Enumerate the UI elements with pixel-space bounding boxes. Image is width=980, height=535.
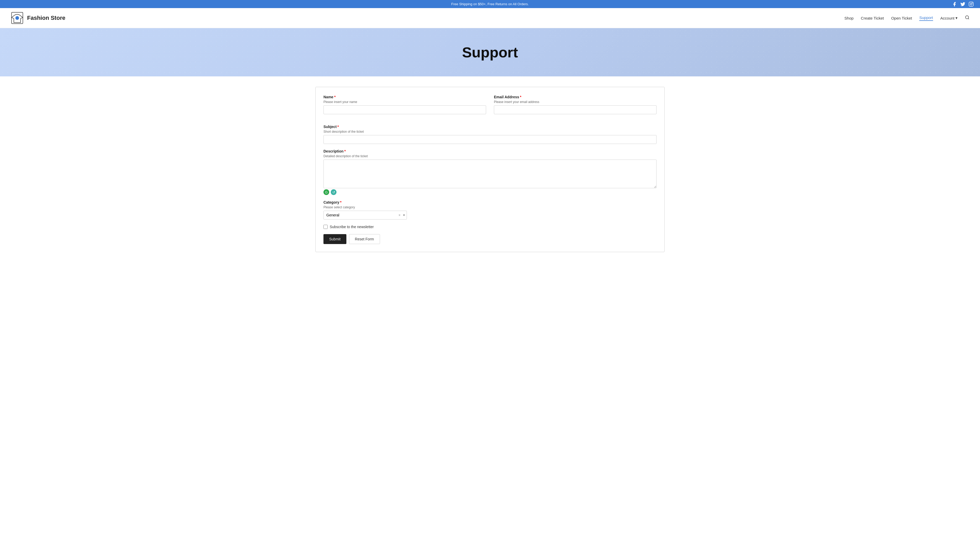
email-label: Email Address* (494, 95, 657, 99)
category-required: * (340, 200, 341, 204)
social-icons (952, 2, 974, 7)
form-card: Name* Please insert your name Email Addr… (315, 87, 665, 252)
banner-text: Free Shipping on $50+, Free Returns on A… (451, 2, 528, 6)
svg-point-4 (15, 16, 19, 20)
email-required: * (520, 95, 521, 99)
description-group: Description* Detailed description of the… (323, 149, 657, 195)
name-input[interactable] (323, 105, 486, 114)
reset-button[interactable]: Reset Form (349, 234, 380, 244)
instagram-icon[interactable] (969, 2, 974, 7)
description-textarea[interactable] (323, 159, 657, 188)
subject-label: Subject* (323, 125, 657, 129)
nav-shop[interactable]: Shop (845, 16, 854, 20)
clear-icon[interactable]: × (399, 213, 401, 217)
svg-point-1 (970, 3, 972, 5)
form-buttons: Submit Reset Form (323, 234, 657, 244)
description-label: Description* (323, 149, 657, 153)
chevron-down-icon: ▾ (956, 16, 958, 20)
main-nav: Shop Create Ticket Open Ticket Support A… (845, 15, 970, 21)
name-hint: Please insert your name (323, 100, 486, 104)
name-label: Name* (323, 95, 486, 99)
svg-line-6 (968, 18, 969, 19)
subject-required: * (337, 125, 339, 129)
category-label: Category* (323, 200, 657, 204)
form-container: Name* Please insert your name Email Addr… (307, 87, 673, 252)
subject-hint: Short description of the ticket (323, 130, 657, 134)
description-toolbar: G ↺ (323, 189, 657, 195)
name-group: Name* Please insert your name (323, 95, 486, 114)
email-input[interactable] (494, 105, 657, 114)
logo-text: Fashion Store (27, 14, 65, 21)
svg-point-2 (972, 3, 973, 3)
category-select[interactable]: General Order Issue Returns Shipping Oth… (323, 211, 407, 220)
name-email-row: Name* Please insert your name Email Addr… (323, 95, 657, 119)
tshirt-logo-icon (10, 11, 24, 25)
description-required: * (344, 149, 345, 153)
name-required: * (334, 95, 336, 99)
logo[interactable]: Fashion Store (10, 11, 65, 25)
svg-point-5 (966, 16, 969, 19)
newsletter-row: Subscribe to the newsletter (323, 225, 657, 229)
newsletter-checkbox[interactable] (323, 225, 328, 229)
top-banner: Free Shipping on $50+, Free Returns on A… (0, 0, 980, 8)
nav-support[interactable]: Support (919, 15, 933, 21)
category-hint: Please select category (323, 205, 657, 209)
submit-button[interactable]: Submit (323, 234, 347, 244)
search-button[interactable] (965, 15, 970, 21)
twitter-icon[interactable] (960, 2, 966, 7)
grammarly-icon[interactable]: G (323, 189, 329, 195)
subject-group: Subject* Short description of the ticket (323, 125, 657, 144)
hero-title: Support (10, 44, 970, 61)
category-select-wrapper: General Order Issue Returns Shipping Oth… (323, 211, 407, 220)
nav-create-ticket[interactable]: Create Ticket (861, 16, 884, 20)
nav-account[interactable]: Account ▾ (940, 16, 958, 20)
header: Fashion Store Shop Create Ticket Open Ti… (0, 8, 980, 28)
description-hint: Detailed description of the ticket (323, 154, 657, 158)
facebook-icon[interactable] (952, 2, 957, 7)
refresh-icon[interactable]: ↺ (331, 189, 336, 195)
nav-account-label: Account (940, 16, 955, 20)
subject-input[interactable] (323, 135, 657, 144)
email-group: Email Address* Please insert your email … (494, 95, 657, 114)
search-icon (965, 15, 970, 20)
nav-open-ticket[interactable]: Open Ticket (891, 16, 912, 20)
hero-section: Support (0, 28, 980, 76)
newsletter-label[interactable]: Subscribe to the newsletter (330, 225, 374, 229)
category-group: Category* Please select category General… (323, 200, 657, 220)
svg-rect-0 (969, 2, 974, 6)
email-hint: Please insert your email address (494, 100, 657, 104)
